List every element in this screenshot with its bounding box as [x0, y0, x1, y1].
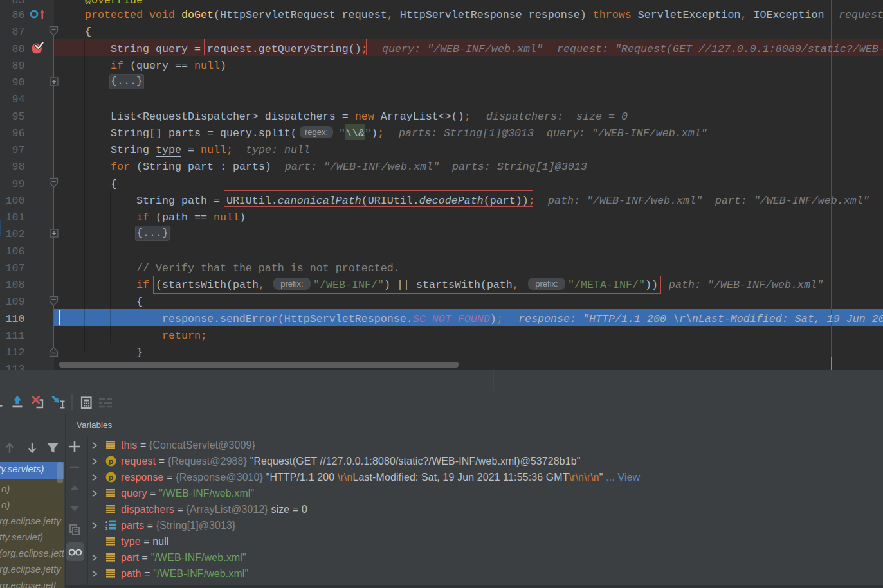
svg-text:p: p: [109, 474, 113, 481]
svg-text:3: 3: [105, 526, 108, 530]
svg-text:p: p: [109, 458, 113, 465]
